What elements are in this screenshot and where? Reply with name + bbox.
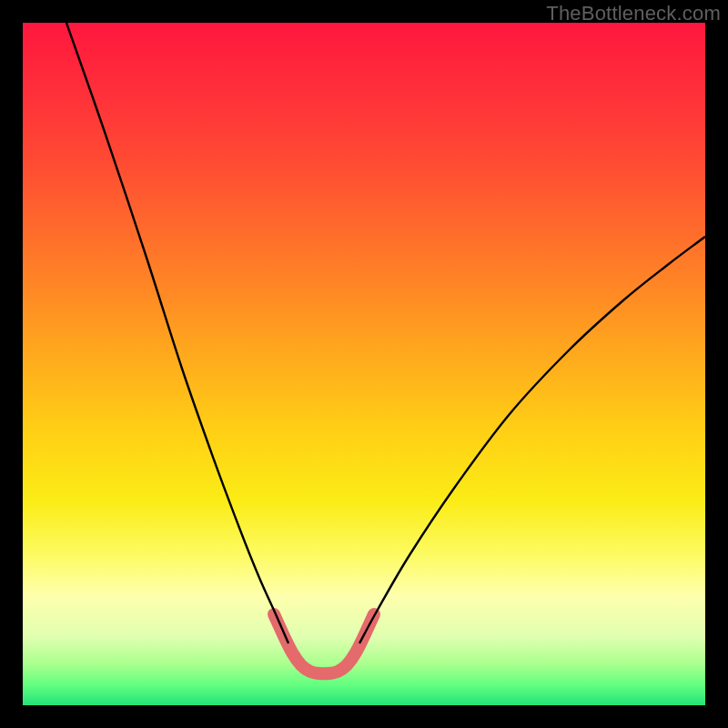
- optimal-marker: [274, 614, 374, 673]
- curve-left-branch: [66, 23, 288, 643]
- curve-right-branch: [359, 237, 705, 643]
- chart-frame: [23, 23, 705, 705]
- chart-svg: [23, 23, 705, 705]
- watermark-text: TheBottleneck.com: [546, 2, 721, 25]
